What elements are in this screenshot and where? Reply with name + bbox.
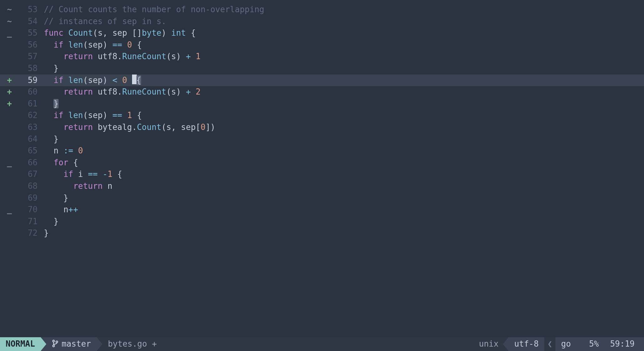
gutter-sign [0,192,19,204]
token-pn: } [44,217,59,226]
token-nm: 0 [78,146,83,155]
code-content[interactable]: return utf8.RuneCount(s) + 1 [41,51,644,63]
code-line[interactable]: _55func Count(s, sep []byte) int { [0,27,644,39]
code-content[interactable]: // instances of sep in s. [41,16,644,28]
code-content[interactable]: return utf8.RuneCount(s) + 2 [41,86,644,98]
code-line[interactable]: +59 if len(sep) < 0 { [0,75,644,86]
status-line: NORMAL master bytes.go + unix [0,337,644,351]
token-fn: Count [137,122,161,132]
token-pn [44,99,54,108]
gutter-sign [0,216,19,228]
token-kw: func [44,28,68,38]
token-pn [44,205,64,214]
code-line[interactable]: +61 } [0,98,644,110]
code-line[interactable]: _70 n++ [0,204,644,216]
token-nm: 1 [127,111,137,120]
gutter-sign [0,51,19,63]
token-id: utf8 [98,52,117,61]
token-pn: { [73,158,78,167]
gutter-sign: ~ [0,16,19,28]
token-pn [44,158,54,167]
cursor-position-text: 59:19 [610,338,635,350]
code-content[interactable]: } [41,216,644,228]
token-pn: { [137,40,142,49]
code-content[interactable]: } [41,98,644,110]
token-id: sep [112,28,132,38]
code-content[interactable]: } [41,227,644,239]
code-content[interactable]: if len(sep) < 0 { [41,75,644,86]
code-content[interactable]: if i == -1 { [41,168,644,180]
filename-text: bytes.go [108,338,147,350]
code-line[interactable]: 72} [0,227,644,239]
token-pn: ) [103,111,112,120]
fileformat-segment: unix [475,337,503,351]
code-content[interactable]: return n [41,180,644,192]
token-op: := [64,146,78,155]
token-pn: ( [93,28,98,38]
gutter-sign: _ [0,27,19,39]
code-line[interactable]: ~53// Count counts the number of non-ove… [0,4,644,16]
token-pn: ( [166,87,171,96]
code-content[interactable]: if len(sep) == 1 { [41,110,644,121]
code-buffer[interactable]: ~53// Count counts the number of non-ove… [0,0,644,337]
code-line[interactable]: _66 for { [0,157,644,169]
code-content[interactable]: // Count counts the number of non-overla… [41,4,644,16]
token-fn: RuneCount [122,52,166,61]
token-pn: } [44,134,59,144]
code-line[interactable]: 67 if i == -1 { [0,168,644,180]
gutter-sign [0,121,19,133]
code-line[interactable]: 64 } [0,133,644,145]
token-id: sep [88,111,103,120]
token-kw: if [64,169,78,179]
token-pn: ) [176,52,186,61]
token-pn: ) [103,75,112,85]
code-content[interactable]: func Count(s, sep []byte) int { [41,27,644,39]
code-content[interactable]: } [41,192,644,204]
token-kw: return [64,52,98,61]
code-line[interactable]: 57 return utf8.RuneCount(s) + 1 [0,51,644,63]
token-fn: len [68,40,83,49]
code-content[interactable]: } [41,63,644,75]
token-pn: { [191,28,196,38]
token-pn: } [44,193,68,203]
mode-text: NORMAL [6,338,35,350]
token-nm: 1 [196,52,201,61]
line-number: 72 [19,227,41,239]
token-id: s [98,28,103,38]
separator-icon: ❮ [544,338,555,350]
code-content[interactable]: n := 0 [41,145,644,157]
code-line[interactable]: 69 } [0,192,644,204]
token-cmt: // instances of sep in s. [44,17,166,26]
code-line[interactable]: 65 n := 0 [0,145,644,157]
code-line[interactable]: 62 if len(sep) == 1 { [0,110,644,121]
line-number: 59 [19,75,41,86]
code-line[interactable]: 68 return n [0,180,644,192]
code-line[interactable]: +60 return utf8.RuneCount(s) + 2 [0,86,644,98]
code-line[interactable]: 71 } [0,216,644,228]
token-ty: int [171,28,191,38]
token-op: - [103,169,108,179]
code-line[interactable]: 63 return bytealg.Count(s, sep[0]) [0,121,644,133]
editor-window: ~53// Count counts the number of non-ove… [0,0,644,351]
code-content[interactable]: if len(sep) == 0 { [41,39,644,51]
token-kw: if [54,40,68,49]
token-pn: { [137,111,142,120]
code-content[interactable]: n++ [41,204,644,216]
code-content[interactable]: return bytealg.Count(s, sep[0]) [41,121,644,133]
token-pn: ) [103,40,112,49]
gutter-sign [0,110,19,121]
line-number: 62 [19,110,41,121]
token-fn: Count [68,28,93,38]
token-pn: [] [132,28,142,38]
token-pn: ( [161,122,166,132]
token-fn: RuneCount [122,87,166,96]
gutter-sign [0,63,19,75]
code-line[interactable]: ~54// instances of sep in s. [0,16,644,28]
code-content[interactable]: } [41,133,644,145]
code-content[interactable]: for { [41,157,644,169]
code-line[interactable]: 56 if len(sep) == 0 { [0,39,644,51]
token-pn: } [54,99,59,108]
code-line[interactable]: 58 } [0,63,644,75]
gutter-sign [0,227,19,239]
gutter-sign: _ [0,157,19,169]
